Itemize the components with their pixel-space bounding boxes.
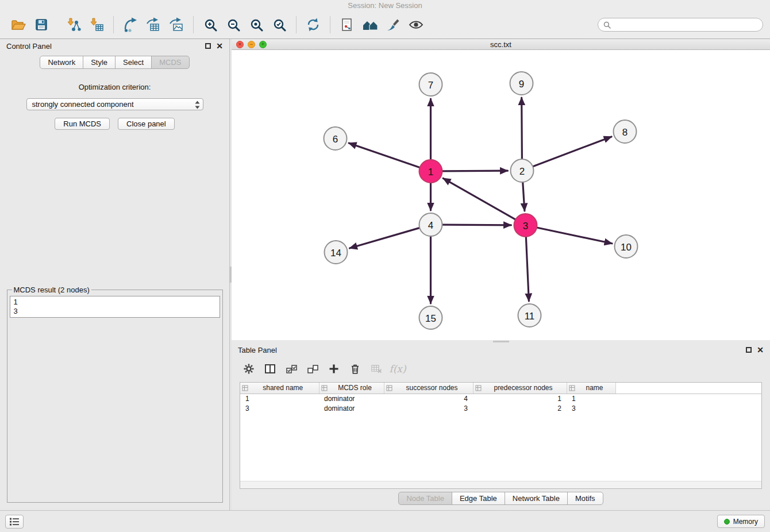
search-field[interactable] [598,18,763,32]
graph-edge-3-1[interactable] [443,178,515,219]
delete-table-button[interactable] [368,361,384,377]
graph-node-2[interactable]: 2 [511,159,534,182]
tab-mcds[interactable]: MCDS [151,56,189,69]
table-cell[interactable]: 3 [567,403,615,413]
network-canvas[interactable]: 7968124314101511 [232,50,770,340]
status-bar: Memory [0,510,770,532]
tab-style[interactable]: Style [83,56,116,69]
tab-motifs[interactable]: Motifs [567,492,603,505]
table-cell[interactable]: dominator [319,394,384,403]
function-builder-button[interactable]: f(x) [390,361,406,377]
zoom-in-button[interactable] [201,14,220,35]
tab-select[interactable]: Select [115,56,152,69]
refresh-button[interactable] [303,14,323,35]
open-session-button[interactable] [9,14,28,35]
select-all-button[interactable] [283,361,299,377]
search-input[interactable] [614,21,757,29]
table-cell[interactable]: 3 [384,403,473,413]
graph-node-11[interactable]: 11 [518,304,541,327]
show-columns-button[interactable] [262,361,278,377]
graph-node-9[interactable]: 9 [510,72,533,95]
deselect-all-button[interactable] [305,361,321,377]
network-graph[interactable]: 7968124314101511 [232,50,770,340]
panel-selector-button[interactable] [5,515,24,529]
graph-node-6[interactable]: 6 [324,127,347,150]
mcds-result-item[interactable]: 1 [14,298,216,307]
column-header-predecessor-nodes[interactable]: predecessor nodes [473,383,567,394]
graph-edge-1-6[interactable] [349,143,419,167]
graph-edge-4-14[interactable] [350,228,419,248]
graph-edge-3-11[interactable] [526,237,529,301]
graph-edge-4-3[interactable] [443,225,511,225]
export-table-button[interactable] [144,14,163,35]
home-button[interactable] [360,14,380,35]
table-cell[interactable]: 1 [473,394,567,403]
import-table-button[interactable] [87,14,106,35]
table-row[interactable]: 1dominator411 [240,394,761,403]
mcds-panel-content: Optimization criterion: strongly connect… [0,69,229,510]
export-image-button[interactable] [167,14,186,35]
window-zoom-button[interactable]: + [259,41,267,48]
tab-node-table[interactable]: Node Table [398,492,452,505]
graph-node-10[interactable]: 10 [615,235,638,258]
criterion-dropdown[interactable]: strongly connected component [26,98,203,110]
graph-node-15[interactable]: 15 [419,306,442,329]
graph-node-4[interactable]: 4 [419,213,442,236]
tab-network[interactable]: Network [40,56,83,69]
close-panel-button[interactable]: Close panel [118,118,175,130]
table-cell[interactable]: 2 [473,403,567,413]
delete-column-button[interactable] [347,361,363,377]
horizontal-scrollbar[interactable] [240,481,761,488]
window-close-button[interactable]: × [236,41,244,48]
column-header-shared-name[interactable]: shared name [240,383,319,394]
style-brush-button[interactable] [383,14,403,35]
table-cell[interactable]: 1 [567,394,615,403]
float-table-panel-icon[interactable] [746,347,752,353]
column-header-mcds-role[interactable]: MCDS role [319,383,384,394]
svg-text:10: 10 [621,242,632,253]
network-window-title: scc.txt [232,40,770,49]
window-minimize-button[interactable]: − [248,41,255,48]
graph-edge-2-8[interactable] [533,137,611,167]
table-cell[interactable]: 3 [240,403,319,413]
svg-text:9: 9 [519,79,524,90]
table-splitter[interactable] [232,340,770,343]
table-cell[interactable]: 4 [384,394,473,403]
graph-node-14[interactable]: 14 [325,241,348,264]
graph-edge-3-10[interactable] [537,228,612,244]
memory-button[interactable]: Memory [717,515,765,528]
table-cell[interactable]: 1 [240,394,319,403]
zoom-out-button[interactable] [224,14,243,35]
table-cell[interactable]: dominator [319,403,384,413]
graph-edge-2-9[interactable] [522,98,522,159]
zoom-fit-button[interactable] [247,14,266,35]
column-header-successor-nodes[interactable]: successor nodes [384,383,473,394]
graph-node-1[interactable]: 1 [419,160,442,183]
column-header-name[interactable]: name [567,383,615,394]
svg-text:1: 1 [428,167,433,178]
import-network-button[interactable] [64,14,83,35]
mcds-result-item[interactable]: 3 [14,307,216,316]
zoom-out-icon [226,18,240,32]
close-table-panel-icon[interactable]: ✕ [757,347,764,353]
mcds-result-list[interactable]: 13 [10,296,220,318]
run-mcds-button[interactable]: Run MCDS [55,118,110,130]
close-panel-icon[interactable]: ✕ [216,43,223,49]
tab-edge-table[interactable]: Edge Table [452,492,505,505]
table-row[interactable]: 3dominator323 [240,403,761,413]
graph-edge-2-3[interactable] [523,183,525,211]
show-graphics-button[interactable] [406,14,426,35]
graph-edge-1-2[interactable] [443,171,508,171]
float-panel-icon[interactable] [205,43,211,49]
main-toolbar [0,11,770,39]
zoom-selected-button[interactable] [270,14,289,35]
export-network-button[interactable] [121,14,140,35]
graph-node-7[interactable]: 7 [419,73,442,96]
save-session-button[interactable] [32,14,51,35]
first-neighbors-button[interactable] [337,14,357,35]
new-column-button[interactable] [326,361,342,377]
graph-node-8[interactable]: 8 [614,120,637,143]
graph-node-3[interactable]: 3 [514,214,537,237]
tab-network-table[interactable]: Network Table [505,492,568,505]
table-mode-button[interactable] [241,361,257,377]
